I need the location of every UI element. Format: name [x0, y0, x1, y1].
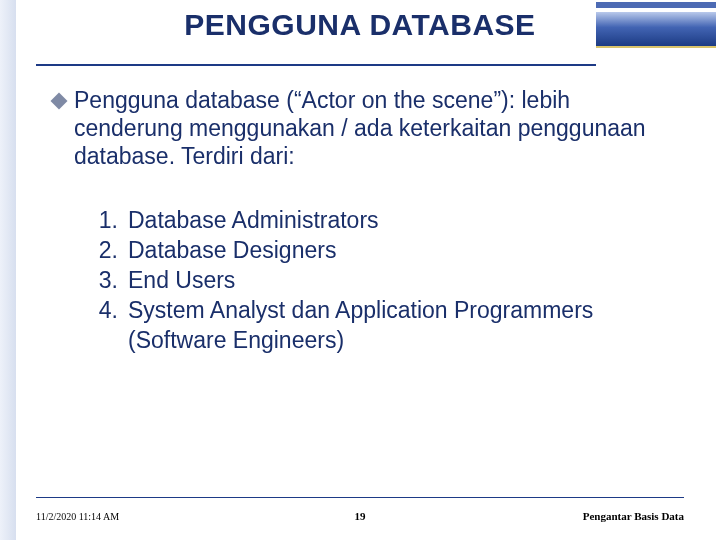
list-number: 1.	[94, 206, 128, 236]
list-item: 1. Database Administrators	[94, 206, 670, 236]
left-margin-decoration	[0, 0, 16, 540]
slide-body: Pengguna database (“Actor on the scene”)…	[50, 86, 670, 356]
decoration-band	[596, 12, 716, 48]
list-item: 4. System Analyst dan Application Progra…	[94, 296, 670, 356]
list-number: 2.	[94, 236, 128, 266]
list-item: 2. Database Designers	[94, 236, 670, 266]
footer-page-number: 19	[36, 510, 684, 522]
list-number: 4.	[94, 296, 128, 356]
decoration-cap	[596, 2, 716, 8]
bullet-text: Pengguna database (“Actor on the scene”)…	[74, 86, 670, 170]
footer: 11/2/2020 11:14 AM 19 Pengantar Basis Da…	[36, 510, 684, 522]
list-text: Database Administrators	[128, 206, 670, 236]
list-number: 3.	[94, 266, 128, 296]
footer-rule	[36, 497, 684, 498]
title-underline	[36, 64, 596, 66]
list-item: 3. End Users	[94, 266, 670, 296]
ordered-list: 1. Database Administrators 2. Database D…	[94, 206, 670, 355]
list-text: Database Designers	[128, 236, 670, 266]
list-text: End Users	[128, 266, 670, 296]
bullet-row: Pengguna database (“Actor on the scene”)…	[50, 86, 670, 170]
diamond-icon	[50, 92, 68, 110]
slide: PENGGUNA DATABASE Pengguna database (“Ac…	[0, 0, 720, 540]
list-text: System Analyst dan Application Programme…	[128, 296, 670, 356]
top-right-decoration	[596, 2, 716, 57]
